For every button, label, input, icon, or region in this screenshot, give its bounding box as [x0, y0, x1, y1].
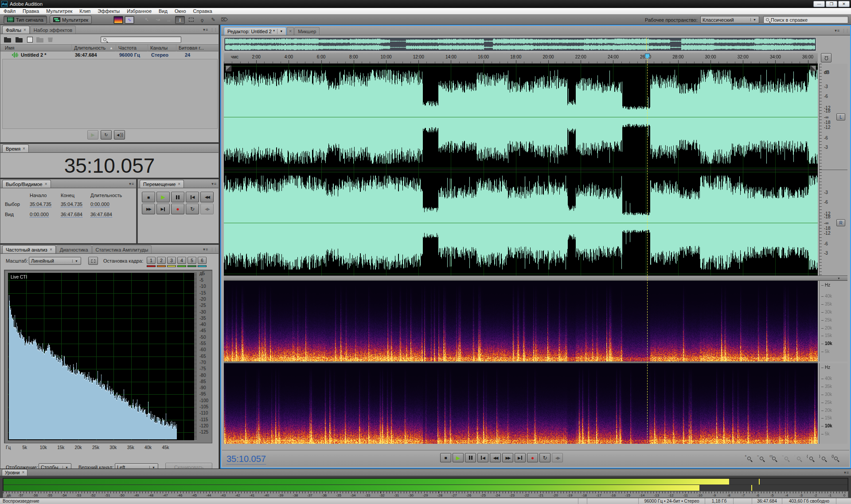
hold-button-4[interactable]: 4 [177, 257, 186, 264]
amplitude-scale[interactable]: dB-3-6-12-18-∞-18-12-6-3LdB-3-6-12-18-∞-… [819, 64, 847, 275]
selection-duration-value[interactable]: 0:00.000 [90, 202, 109, 207]
pause-button[interactable] [171, 192, 184, 202]
skip-to-end-button[interactable]: ▶ [515, 453, 526, 462]
spectral-display-left[interactable] [224, 281, 818, 361]
panel-menu-icon[interactable]: ▾≡ [833, 28, 842, 33]
paintbrush-selection-tool-icon[interactable]: ✎ [208, 16, 218, 24]
frequency-scale-left[interactable]: Hz40k35k30k25k20k15k10k5k [819, 281, 847, 361]
menu-item[interactable]: Вид [155, 8, 171, 15]
channel-right-button[interactable]: R [836, 219, 845, 226]
tab-transport[interactable]: Перемещение× [140, 180, 184, 188]
menu-item[interactable]: Клип [76, 8, 94, 15]
scale-dropdown[interactable]: Линейный ▼ [29, 257, 81, 265]
skip-to-start-button[interactable]: ◀ [477, 453, 488, 462]
waveform-view-button[interactable]: Тип сигнала [4, 16, 47, 24]
menu-item[interactable]: Файл [0, 8, 19, 15]
menu-item[interactable]: Правка [19, 8, 43, 15]
view-start-value[interactable]: 0:00.000 [30, 212, 49, 217]
zoom-out-button[interactable]: − [756, 454, 767, 463]
panel-menu-icon[interactable]: ▾≡ [842, 470, 851, 475]
overview-navigator[interactable] [224, 37, 816, 51]
tab-files[interactable]: Файлы× [2, 26, 30, 34]
import-file-icon[interactable] [16, 37, 23, 43]
file-row[interactable]: Untitled 2 * 36:47.684 96000 Гц Стерео 2… [0, 51, 219, 59]
loop-preview-button[interactable]: ↻ [101, 130, 112, 140]
close-icon[interactable]: × [178, 182, 180, 186]
panel-grip[interactable]: ⋮⋮ [842, 28, 850, 33]
zoom-in-time-full-button[interactable]: ▭ [768, 454, 779, 463]
spectral-display-right[interactable] [224, 363, 818, 444]
hold-button-6[interactable]: 6 [198, 257, 207, 264]
new-file-icon[interactable] [27, 37, 33, 43]
fast-forward-button[interactable]: ▶▶ [502, 453, 513, 462]
tab-editor[interactable]: Редактор: Untitled 2 * ▼ [224, 27, 286, 35]
time-selection-tool-icon[interactable]: I [175, 16, 185, 24]
chevron-down-icon[interactable]: ▼ [280, 30, 283, 33]
close-icon[interactable]: × [45, 182, 47, 186]
fast-forward-button[interactable]: ▶▶ [142, 204, 155, 214]
tab-time[interactable]: Время× [2, 144, 29, 152]
hold-button-1[interactable]: 1 [147, 257, 156, 264]
view-end-value[interactable]: 36:47.684 [61, 212, 82, 217]
help-search-input[interactable]: Поиск в справке [763, 16, 848, 23]
file-list-empty-area[interactable] [2, 59, 218, 129]
close-icon[interactable]: × [50, 248, 52, 252]
menu-item[interactable]: Мультитрек [43, 8, 76, 15]
skip-to-start-button[interactable]: ◀ [186, 192, 199, 202]
hold-button-3[interactable]: 3 [167, 257, 176, 264]
wave-spectral-splitter[interactable]: ▼ [224, 275, 847, 281]
skip-to-end-button[interactable]: ▶ [156, 204, 170, 214]
menu-item[interactable]: Избранное [123, 8, 155, 15]
loop-playback-button[interactable]: ↻ [186, 204, 199, 214]
close-editor-tab[interactable]: × [287, 27, 294, 35]
stop-button[interactable]: ■ [142, 192, 155, 202]
loop-playback-button[interactable]: ↻ [539, 453, 550, 462]
tab-effects-rack[interactable]: Набор эффектов [30, 26, 76, 34]
pane-corner-toggle-icon[interactable] [810, 66, 816, 71]
rewind-button[interactable]: ◀◀ [200, 192, 214, 202]
tab-levels[interactable]: Уровни× [2, 469, 27, 476]
hold-button-2[interactable]: 2 [157, 257, 166, 264]
play-button[interactable]: ▶ [156, 192, 170, 202]
tab-frequency-analysis[interactable]: Частотный анализ× [2, 245, 56, 253]
zoom-selection-left-button[interactable]: { [805, 454, 816, 463]
zoom-selection-right-button[interactable]: } [818, 454, 829, 463]
waveform-display[interactable] [224, 64, 818, 275]
rewind-button[interactable]: ◀◀ [490, 453, 501, 462]
maximize-button[interactable]: ❐ [826, 1, 837, 7]
marquee-selection-tool-icon[interactable] [186, 16, 196, 24]
lasso-selection-tool-icon[interactable]: ϙ [197, 16, 207, 24]
panel-menu-icon[interactable]: ▾≡ [201, 247, 210, 252]
close-icon[interactable]: × [22, 470, 24, 475]
snap-magnet-button[interactable]: Ω [821, 53, 831, 62]
stop-button[interactable]: ■ [440, 453, 451, 462]
zoom-in-button[interactable]: + [743, 454, 754, 463]
record-button[interactable]: ● [171, 204, 184, 214]
auto-play-button[interactable]: ◄)) [114, 130, 125, 140]
panel-grip[interactable]: ⋮⋮ [210, 247, 219, 252]
spot-healing-brush-tool-icon[interactable]: ⌦ [219, 16, 229, 24]
frequency-analysis-plot[interactable] [8, 273, 194, 440]
close-button[interactable]: ✕ [838, 1, 850, 7]
panel-menu-icon[interactable]: ▾≡ [127, 182, 136, 186]
close-icon[interactable]: × [23, 28, 26, 32]
tab-selection-view[interactable]: Выбор/Видимое× [2, 180, 51, 188]
timeline-ruler[interactable]: чмс 2:004:006:008:0010:0012:0014:0016:00… [224, 53, 818, 64]
tab-diagnostics[interactable]: Диагностика [56, 245, 92, 253]
frequency-scale-right[interactable]: Hz40k35k30k25k20k15k10k5k [819, 363, 847, 444]
tab-amplitude-statistics[interactable]: Статистика Амплитуды [92, 245, 152, 253]
editor-time-display[interactable]: 35:10.057 [226, 454, 266, 465]
pane-corner-toggle-icon[interactable] [226, 66, 231, 71]
files-search-input[interactable] [101, 36, 181, 43]
tab-mixer[interactable]: Микшер [294, 27, 320, 35]
selection-start-value[interactable]: 35:04.735 [30, 202, 51, 207]
files-table-header[interactable]: Имя Длительность ▲ Частота Каналы Битова… [0, 44, 219, 51]
hold-button-5[interactable]: 5 [187, 257, 196, 264]
open-file-icon[interactable] [4, 37, 12, 43]
zoom-selection-button[interactable]: {} [830, 454, 841, 463]
panel-menu-icon[interactable]: ▾≡ [201, 27, 210, 32]
view-duration-value[interactable]: 36:47.684 [90, 212, 112, 217]
copy-graph-button[interactable] [88, 257, 98, 265]
multitrack-view-button[interactable]: Мультитрек [50, 16, 92, 24]
pause-button[interactable] [465, 453, 476, 462]
